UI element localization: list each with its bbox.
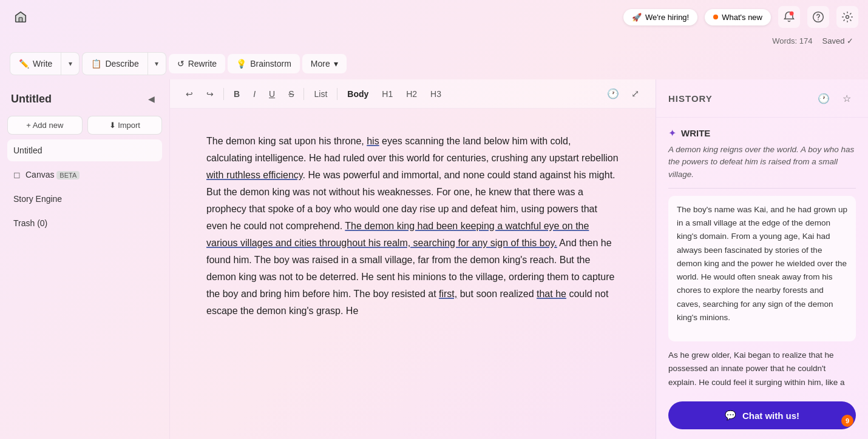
h3-button[interactable]: H3 xyxy=(427,87,445,101)
body-button[interactable]: Body xyxy=(344,87,372,101)
word-count-bar: Words: 174 Saved ✓ xyxy=(0,34,868,48)
chat-button[interactable]: 💬 Chat with us! xyxy=(668,401,856,429)
svg-point-3 xyxy=(818,19,819,21)
top-bar-right: 🚀 We're hiring! What's new xyxy=(623,6,858,28)
right-panel: HISTORY 🕐 ☆ ✦ WRITE A demon king reigns … xyxy=(656,79,868,439)
write-dropdown[interactable]: ▾ xyxy=(61,53,79,75)
history-star-button[interactable]: ☆ xyxy=(838,89,856,107)
hiring-label: We're hiring! xyxy=(645,13,689,22)
chat-btn-wrapper: 💬 Chat with us! 9 xyxy=(668,401,856,429)
write-group: ✏️ Write ▾ xyxy=(10,52,80,75)
history-spacer xyxy=(668,344,856,349)
history-clock-button[interactable]: 🕐 xyxy=(815,89,833,107)
rewrite-icon: ↺ xyxy=(177,59,185,69)
sidebar-actions: + Add new ⬇ Import xyxy=(7,113,162,137)
write-icon: ✏️ xyxy=(19,59,29,69)
history-icon-btn[interactable]: 🕐 xyxy=(605,85,622,102)
underlined-that-he: that he xyxy=(537,289,566,299)
history-text-2: As he grew older, Kai began to realize t… xyxy=(668,349,856,392)
sidebar-item-label: Untitled xyxy=(13,146,42,155)
right-panel-title: HISTORY xyxy=(668,93,713,104)
sidebar-item-label: Canvas BETA xyxy=(25,170,80,179)
svg-point-4 xyxy=(846,16,849,19)
underlined-his: his xyxy=(367,136,379,146)
sidebar: Untitled ◀ + Add new ⬇ Import Untitled ◻… xyxy=(0,79,170,439)
main-toolbar: ✏️ Write ▾ 📋 Describe ▾ ↺ Rewrite 💡 Brai… xyxy=(0,48,868,79)
svg-rect-0 xyxy=(19,18,22,22)
toolbar-divider-1 xyxy=(223,88,224,100)
describe-button[interactable]: 📋 Describe xyxy=(83,54,147,73)
h1-button[interactable]: H1 xyxy=(378,87,396,101)
canvas-icon: ◻ xyxy=(13,170,21,179)
write-section-title: WRITE xyxy=(681,128,710,138)
write-section: ✦ WRITE A demon king reigns over the wor… xyxy=(656,118,868,188)
sidebar-header: Untitled ◀ xyxy=(7,87,162,111)
expand-icon-btn[interactable]: ⤢ xyxy=(626,85,643,102)
right-panel-header: HISTORY 🕐 ☆ xyxy=(656,79,868,118)
write-prompt: A demon king reigns over the world. A bo… xyxy=(668,144,856,181)
editor-text: The demon king sat upon his throne, his … xyxy=(206,133,619,320)
main-content: Untitled ◀ + Add new ⬇ Import Untitled ◻… xyxy=(0,79,868,439)
write-button[interactable]: ✏️ Write xyxy=(10,54,61,73)
editor-toolbar-left: ↩ ↪ B I U S List Body H1 H2 H3 xyxy=(182,87,445,101)
history-content: The boy's name was Kai, and he had grown… xyxy=(656,189,868,392)
editor-toolbar: ↩ ↪ B I U S List Body H1 H2 H3 🕐 ⤢ xyxy=(170,79,656,109)
more-chevron-icon: ▾ xyxy=(334,59,338,69)
import-button[interactable]: ⬇ Import xyxy=(87,116,163,135)
notification-dot xyxy=(713,15,718,19)
h2-button[interactable]: H2 xyxy=(402,87,421,101)
history-block-1: The boy's name was Kai, and he had grown… xyxy=(668,196,856,341)
underlined-ruthless: with ruthless efficiency xyxy=(206,170,303,180)
describe-dropdown[interactable]: ▾ xyxy=(147,53,166,75)
sidebar-item-trash[interactable]: Trash (0) xyxy=(7,212,162,234)
sidebar-item-label: Story Engine xyxy=(13,194,62,204)
more-button[interactable]: More ▾ xyxy=(302,54,347,73)
describe-group: 📋 Describe ▾ xyxy=(82,52,166,75)
editor-toolbar-right: 🕐 ⤢ xyxy=(605,85,643,102)
describe-icon: 📋 xyxy=(91,59,101,69)
toolbar-divider-3 xyxy=(337,88,337,100)
toolbar-divider-2 xyxy=(303,88,304,100)
editor-content[interactable]: The demon king sat upon his throne, his … xyxy=(170,109,656,439)
hiring-icon: 🚀 xyxy=(632,13,642,22)
chat-icon: 💬 xyxy=(725,410,736,421)
brainstorm-button[interactable]: 💡 Brainstorm xyxy=(228,54,300,73)
sidebar-item-untitled[interactable]: Untitled xyxy=(7,139,162,161)
underlined-watchful: The demon king had been keeping a watchf… xyxy=(206,221,589,248)
add-new-button[interactable]: + Add new xyxy=(7,116,83,135)
redo-button[interactable]: ↪ xyxy=(203,87,217,101)
top-bar: 🚀 We're hiring! What's new xyxy=(0,0,868,34)
top-bar-left xyxy=(10,6,32,28)
write-section-icon: ✦ xyxy=(668,127,676,139)
svg-point-1 xyxy=(790,12,794,16)
rewrite-button[interactable]: ↺ Rewrite xyxy=(169,54,225,73)
sidebar-toggle-button[interactable]: ◀ xyxy=(144,92,158,106)
sidebar-item-canvas[interactable]: ◻ Canvas BETA xyxy=(7,164,162,186)
help-button[interactable] xyxy=(807,6,829,28)
chat-badge: 9 xyxy=(841,415,853,427)
sidebar-item-label: Trash (0) xyxy=(13,218,47,228)
hiring-badge[interactable]: 🚀 We're hiring! xyxy=(623,9,697,25)
bell-button[interactable] xyxy=(778,6,800,28)
write-header: ✦ WRITE xyxy=(668,127,856,139)
editor-area: ↩ ↪ B I U S List Body H1 H2 H3 🕐 ⤢ xyxy=(170,79,656,439)
whats-new-badge[interactable]: What's new xyxy=(705,9,771,25)
italic-button[interactable]: I xyxy=(249,87,259,101)
sidebar-title: Untitled xyxy=(11,93,52,106)
bold-button[interactable]: B xyxy=(230,87,243,101)
brainstorm-icon: 💡 xyxy=(236,59,246,69)
whats-new-label: What's new xyxy=(722,13,762,22)
underlined-first: first, xyxy=(439,289,457,299)
sidebar-item-story-engine[interactable]: Story Engine xyxy=(7,188,162,210)
list-button[interactable]: List xyxy=(310,87,331,101)
home-button[interactable] xyxy=(10,6,32,28)
saved-status: Saved ✓ xyxy=(822,36,853,45)
right-panel-icons: 🕐 ☆ xyxy=(815,89,856,107)
strikethrough-button[interactable]: S xyxy=(285,87,297,101)
history-text-1: The boy's name was Kai, and he had grown… xyxy=(677,203,847,324)
word-count: Words: 174 xyxy=(772,36,812,45)
undo-button[interactable]: ↩ xyxy=(182,87,197,101)
settings-button[interactable] xyxy=(836,6,858,28)
chat-btn-container: 💬 Chat with us! 9 xyxy=(656,392,868,439)
underline-button[interactable]: U xyxy=(265,87,279,101)
